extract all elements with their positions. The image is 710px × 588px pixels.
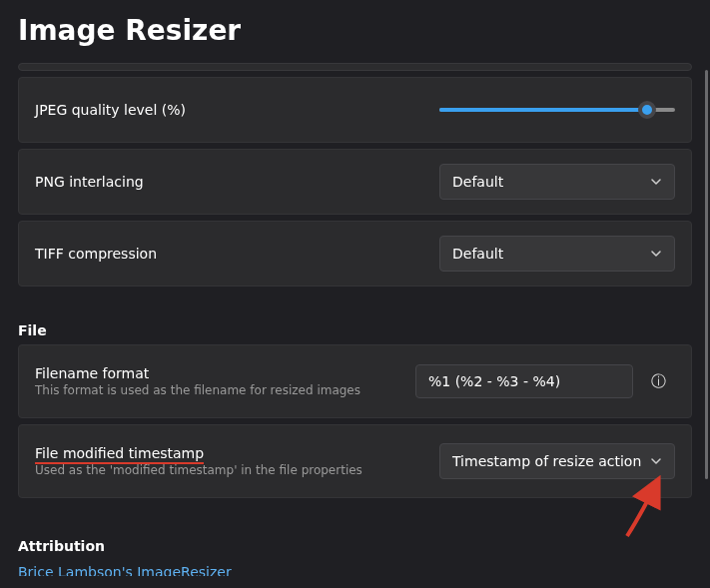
png-interlacing-select[interactable]: Default bbox=[439, 164, 675, 200]
jpeg-quality-slider[interactable] bbox=[439, 101, 675, 119]
png-interlacing-label: PNG interlacing bbox=[35, 174, 439, 190]
filename-format-label: Filename format bbox=[35, 365, 415, 381]
collapsed-card[interactable] bbox=[18, 63, 692, 71]
scrollbar[interactable] bbox=[705, 70, 708, 479]
settings-scroll-area: JPEG quality level (%) PNG interlacing D… bbox=[0, 57, 710, 576]
modified-timestamp-select[interactable]: Timestamp of resize action bbox=[439, 443, 675, 479]
tiff-compression-select[interactable]: Default bbox=[439, 236, 675, 272]
filename-format-row: Filename format This format is used as t… bbox=[18, 344, 692, 418]
page-title: Image Resizer bbox=[0, 0, 710, 57]
tiff-compression-label: TIFF compression bbox=[35, 246, 439, 262]
chevron-down-icon bbox=[650, 455, 662, 467]
info-icon[interactable]: ⓘ bbox=[641, 364, 675, 398]
modified-timestamp-sublabel: Used as the 'modified timestamp' in the … bbox=[35, 463, 439, 477]
png-interlacing-value: Default bbox=[452, 174, 503, 190]
modified-timestamp-value: Timestamp of resize action bbox=[452, 453, 641, 469]
png-interlacing-row: PNG interlacing Default bbox=[18, 149, 692, 215]
tiff-compression-row: TIFF compression Default bbox=[18, 221, 692, 287]
modified-timestamp-label-text: File modified timestamp bbox=[35, 445, 204, 464]
slider-fill bbox=[439, 108, 647, 112]
modified-timestamp-row: File modified timestamp Used as the 'mod… bbox=[18, 424, 692, 498]
filename-format-sublabel: This format is used as the filename for … bbox=[35, 383, 415, 397]
chevron-down-icon bbox=[650, 248, 662, 260]
modified-timestamp-label: File modified timestamp bbox=[35, 445, 439, 461]
chevron-down-icon bbox=[650, 176, 662, 188]
filename-format-input[interactable] bbox=[415, 364, 633, 398]
slider-thumb[interactable] bbox=[638, 101, 656, 119]
attribution-link[interactable]: Brice Lambson's ImageResizer bbox=[18, 564, 232, 576]
attribution-header: Attribution bbox=[18, 538, 692, 554]
file-section-header: File bbox=[18, 322, 692, 338]
jpeg-quality-row: JPEG quality level (%) bbox=[18, 77, 692, 143]
jpeg-quality-label: JPEG quality level (%) bbox=[35, 102, 439, 118]
tiff-compression-value: Default bbox=[452, 246, 503, 262]
